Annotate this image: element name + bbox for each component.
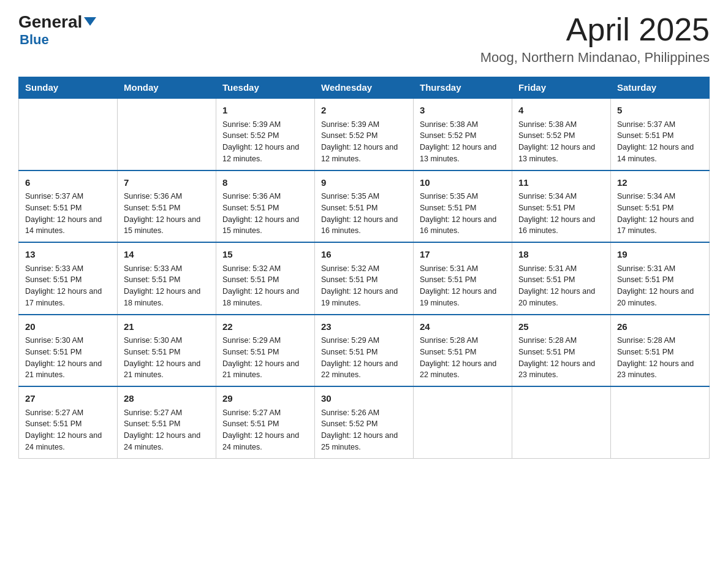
day-number: 10: [420, 176, 506, 190]
day-info: Sunrise: 5:29 AMSunset: 5:51 PMDaylight:…: [222, 335, 308, 381]
logo-general-text: General: [18, 12, 96, 32]
day-number: 18: [518, 248, 604, 262]
day-number: 1: [222, 104, 308, 118]
calendar-day-cell: [19, 98, 118, 170]
calendar-day-cell: [512, 386, 611, 458]
title-section: April 2025 Moog, Northern Mindanao, Phil…: [480, 12, 710, 66]
day-number: 3: [420, 104, 506, 118]
day-info: Sunrise: 5:29 AMSunset: 5:51 PMDaylight:…: [321, 335, 407, 381]
day-info: Sunrise: 5:33 AMSunset: 5:51 PMDaylight:…: [25, 263, 111, 309]
calendar-day-cell: 3Sunrise: 5:38 AMSunset: 5:52 PMDaylight…: [414, 98, 512, 170]
day-number: 23: [321, 320, 407, 334]
calendar-day-cell: 30Sunrise: 5:26 AMSunset: 5:52 PMDayligh…: [315, 386, 414, 458]
day-number: 12: [617, 176, 703, 190]
calendar-day-cell: 15Sunrise: 5:32 AMSunset: 5:51 PMDayligh…: [216, 242, 315, 315]
calendar-day-cell: 28Sunrise: 5:27 AMSunset: 5:51 PMDayligh…: [118, 386, 216, 458]
day-info: Sunrise: 5:31 AMSunset: 5:51 PMDaylight:…: [518, 263, 604, 309]
day-info: Sunrise: 5:33 AMSunset: 5:51 PMDaylight:…: [124, 263, 210, 309]
day-number: 28: [124, 392, 210, 406]
calendar-week-row: 1Sunrise: 5:39 AMSunset: 5:52 PMDaylight…: [19, 98, 710, 170]
day-number: 25: [518, 320, 604, 334]
day-number: 16: [321, 248, 407, 262]
calendar-day-cell: 19Sunrise: 5:31 AMSunset: 5:51 PMDayligh…: [611, 242, 710, 315]
calendar-day-cell: 11Sunrise: 5:34 AMSunset: 5:51 PMDayligh…: [512, 170, 611, 243]
calendar-day-cell: 16Sunrise: 5:32 AMSunset: 5:51 PMDayligh…: [315, 242, 414, 315]
day-of-week-header: Sunday: [19, 77, 118, 99]
day-info: Sunrise: 5:39 AMSunset: 5:52 PMDaylight:…: [222, 119, 308, 165]
day-number: 27: [25, 392, 111, 406]
day-number: 8: [222, 176, 308, 190]
day-number: 13: [25, 248, 111, 262]
calendar-subtitle: Moog, Northern Mindanao, Philippines: [480, 50, 710, 66]
calendar-day-cell: 2Sunrise: 5:39 AMSunset: 5:52 PMDaylight…: [315, 98, 414, 170]
day-info: Sunrise: 5:27 AMSunset: 5:51 PMDaylight:…: [222, 407, 308, 453]
day-number: 14: [124, 248, 210, 262]
day-info: Sunrise: 5:27 AMSunset: 5:51 PMDaylight:…: [124, 407, 210, 453]
day-info: Sunrise: 5:37 AMSunset: 5:51 PMDaylight:…: [617, 119, 703, 165]
calendar-day-cell: 23Sunrise: 5:29 AMSunset: 5:51 PMDayligh…: [315, 315, 414, 387]
day-of-week-header: Monday: [118, 77, 216, 99]
day-info: Sunrise: 5:28 AMSunset: 5:51 PMDaylight:…: [420, 335, 506, 381]
calendar-week-row: 20Sunrise: 5:30 AMSunset: 5:51 PMDayligh…: [19, 315, 710, 387]
calendar-body: 1Sunrise: 5:39 AMSunset: 5:52 PMDaylight…: [19, 98, 710, 458]
calendar-day-cell: 8Sunrise: 5:36 AMSunset: 5:51 PMDaylight…: [216, 170, 315, 243]
calendar-day-cell: 26Sunrise: 5:28 AMSunset: 5:51 PMDayligh…: [611, 315, 710, 387]
day-info: Sunrise: 5:38 AMSunset: 5:52 PMDaylight:…: [518, 119, 604, 165]
calendar-day-cell: 29Sunrise: 5:27 AMSunset: 5:51 PMDayligh…: [216, 386, 315, 458]
calendar-day-cell: 20Sunrise: 5:30 AMSunset: 5:51 PMDayligh…: [19, 315, 118, 387]
calendar-day-cell: 6Sunrise: 5:37 AMSunset: 5:51 PMDaylight…: [19, 170, 118, 243]
calendar-header-row: SundayMondayTuesdayWednesdayThursdayFrid…: [19, 77, 710, 99]
day-number: 15: [222, 248, 308, 262]
calendar-day-cell: [118, 98, 216, 170]
calendar-day-cell: 7Sunrise: 5:36 AMSunset: 5:51 PMDaylight…: [118, 170, 216, 243]
day-info: Sunrise: 5:35 AMSunset: 5:51 PMDaylight:…: [321, 191, 407, 237]
calendar-day-cell: 13Sunrise: 5:33 AMSunset: 5:51 PMDayligh…: [19, 242, 118, 315]
day-of-week-header: Saturday: [611, 77, 710, 99]
day-number: 4: [518, 104, 604, 118]
calendar-day-cell: 18Sunrise: 5:31 AMSunset: 5:51 PMDayligh…: [512, 242, 611, 315]
day-info: Sunrise: 5:30 AMSunset: 5:51 PMDaylight:…: [124, 335, 210, 381]
day-number: 17: [420, 248, 506, 262]
day-info: Sunrise: 5:26 AMSunset: 5:52 PMDaylight:…: [321, 407, 407, 453]
calendar-day-cell: 14Sunrise: 5:33 AMSunset: 5:51 PMDayligh…: [118, 242, 216, 315]
day-number: 26: [617, 320, 703, 334]
calendar-day-cell: 9Sunrise: 5:35 AMSunset: 5:51 PMDaylight…: [315, 170, 414, 243]
calendar-week-row: 27Sunrise: 5:27 AMSunset: 5:51 PMDayligh…: [19, 386, 710, 458]
calendar-day-cell: 12Sunrise: 5:34 AMSunset: 5:51 PMDayligh…: [611, 170, 710, 243]
day-info: Sunrise: 5:30 AMSunset: 5:51 PMDaylight:…: [25, 335, 111, 381]
day-number: 29: [222, 392, 308, 406]
day-info: Sunrise: 5:27 AMSunset: 5:51 PMDaylight:…: [25, 407, 111, 453]
day-number: 5: [617, 104, 703, 118]
day-of-week-header: Tuesday: [216, 77, 315, 99]
day-info: Sunrise: 5:34 AMSunset: 5:51 PMDaylight:…: [617, 191, 703, 237]
calendar-day-cell: 24Sunrise: 5:28 AMSunset: 5:51 PMDayligh…: [414, 315, 512, 387]
calendar-title: April 2025: [480, 12, 710, 47]
calendar-table: SundayMondayTuesdayWednesdayThursdayFrid…: [18, 77, 710, 459]
calendar-day-cell: 27Sunrise: 5:27 AMSunset: 5:51 PMDayligh…: [19, 386, 118, 458]
calendar-day-cell: 17Sunrise: 5:31 AMSunset: 5:51 PMDayligh…: [414, 242, 512, 315]
day-number: 11: [518, 176, 604, 190]
day-info: Sunrise: 5:36 AMSunset: 5:51 PMDaylight:…: [222, 191, 308, 237]
day-info: Sunrise: 5:32 AMSunset: 5:51 PMDaylight:…: [222, 263, 308, 309]
day-number: 22: [222, 320, 308, 334]
day-info: Sunrise: 5:28 AMSunset: 5:51 PMDaylight:…: [617, 335, 703, 381]
logo: General Blue: [18, 12, 96, 48]
calendar-week-row: 13Sunrise: 5:33 AMSunset: 5:51 PMDayligh…: [19, 242, 710, 315]
day-info: Sunrise: 5:39 AMSunset: 5:52 PMDaylight:…: [321, 119, 407, 165]
calendar-day-cell: 5Sunrise: 5:37 AMSunset: 5:51 PMDaylight…: [611, 98, 710, 170]
day-info: Sunrise: 5:34 AMSunset: 5:51 PMDaylight:…: [518, 191, 604, 237]
calendar-day-cell: 22Sunrise: 5:29 AMSunset: 5:51 PMDayligh…: [216, 315, 315, 387]
calendar-week-row: 6Sunrise: 5:37 AMSunset: 5:51 PMDaylight…: [19, 170, 710, 243]
calendar-day-cell: 10Sunrise: 5:35 AMSunset: 5:51 PMDayligh…: [414, 170, 512, 243]
header: General Blue April 2025 Moog, Northern M…: [18, 12, 710, 66]
day-info: Sunrise: 5:36 AMSunset: 5:51 PMDaylight:…: [124, 191, 210, 237]
day-of-week-header: Friday: [512, 77, 611, 99]
logo-blue-text: Blue: [20, 32, 49, 48]
day-number: 19: [617, 248, 703, 262]
day-info: Sunrise: 5:31 AMSunset: 5:51 PMDaylight:…: [420, 263, 506, 309]
day-info: Sunrise: 5:37 AMSunset: 5:51 PMDaylight:…: [25, 191, 111, 237]
day-info: Sunrise: 5:32 AMSunset: 5:51 PMDaylight:…: [321, 263, 407, 309]
day-info: Sunrise: 5:31 AMSunset: 5:51 PMDaylight:…: [617, 263, 703, 309]
day-number: 21: [124, 320, 210, 334]
day-number: 24: [420, 320, 506, 334]
